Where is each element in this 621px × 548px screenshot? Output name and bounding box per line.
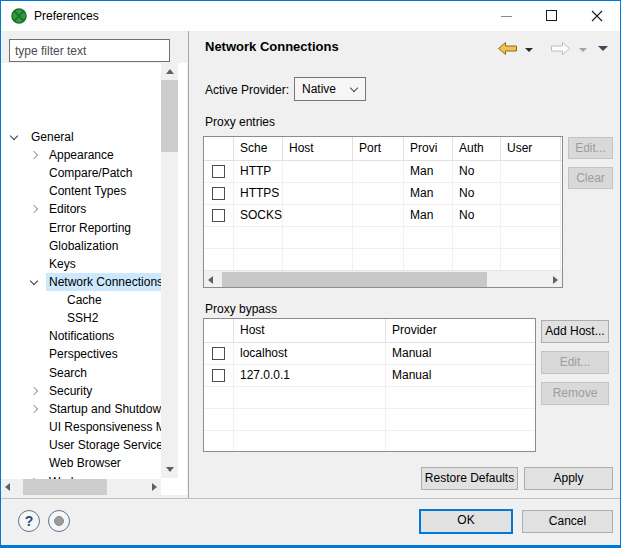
help-icon: ? — [25, 513, 34, 529]
tree-chevron-icon[interactable] — [27, 273, 43, 291]
column-header[interactable]: Provi — [404, 137, 453, 160]
column-header[interactable]: Host — [234, 319, 386, 342]
sidebar-item-notifications[interactable]: Notifications — [1, 327, 161, 345]
active-provider-select[interactable]: Native — [294, 77, 366, 101]
row-checkbox[interactable] — [212, 347, 225, 360]
scroll-right-icon — [152, 483, 157, 491]
tree-chevron-icon — [27, 182, 43, 200]
sidebar-item-error-reporting[interactable]: Error Reporting — [1, 219, 161, 237]
table-row[interactable]: HTTPS Man No — [204, 183, 562, 205]
sidebar-item-globalization[interactable]: Globalization — [1, 237, 161, 255]
preferences-app-icon — [11, 8, 27, 24]
header-checkbox-column — [204, 137, 234, 160]
proxy-bypass-header: Host Provider — [204, 319, 535, 343]
sidebar-item-security[interactable]: Security — [1, 382, 161, 400]
proxy-bypass-label: Proxy bypass — [205, 302, 277, 316]
proxy-bypass-edit-button[interactable]: Edit... — [541, 351, 609, 374]
view-menu-icon[interactable] — [598, 46, 608, 51]
help-button[interactable]: ? — [18, 510, 40, 532]
sidebar-item-user-storage-service[interactable]: User Storage Service — [1, 436, 161, 454]
restore-defaults-button[interactable]: Restore Defaults — [421, 467, 518, 490]
column-header[interactable]: Provider — [386, 319, 535, 342]
sidebar-item-editors[interactable]: Editors — [1, 200, 161, 218]
minimize-button[interactable] — [484, 1, 529, 30]
empty-row — [204, 431, 535, 452]
sidebar-item-web-browser[interactable]: Web Browser — [1, 454, 161, 472]
sidebar-item-appearance[interactable]: Appearance — [1, 146, 161, 164]
table-row[interactable]: 127.0.0.1 Manual — [204, 365, 535, 387]
row-checkbox[interactable] — [212, 165, 225, 178]
tree-chevron-icon — [27, 345, 43, 363]
proxy-entries-horizontal-scrollbar[interactable] — [204, 270, 562, 287]
tree-chevron-icon[interactable] — [27, 200, 43, 218]
proxy-entries-edit-button[interactable]: Edit... — [568, 137, 613, 159]
scroll-down-icon — [166, 467, 174, 472]
scrollbar-thumb[interactable] — [23, 479, 107, 495]
maximize-button[interactable] — [529, 1, 574, 30]
sidebar-item-keys[interactable]: Keys — [1, 255, 161, 273]
row-checkbox[interactable] — [212, 187, 225, 200]
column-header[interactable]: Auth — [453, 137, 501, 160]
back-menu-icon[interactable] — [525, 48, 533, 52]
empty-row — [204, 249, 562, 271]
proxy-entries-clear-button[interactable]: Clear — [568, 167, 613, 189]
back-button[interactable] — [497, 41, 518, 57]
active-provider-label: Active Provider: — [205, 83, 289, 97]
empty-row — [204, 409, 535, 431]
close-icon — [591, 10, 603, 22]
sidebar-item-cache[interactable]: Cache — [1, 291, 161, 309]
scrollbar-thumb[interactable] — [222, 272, 487, 287]
proxy-entries-header: Sche Host Port Provi Auth User — [204, 137, 562, 161]
table-row[interactable]: localhost Manual — [204, 343, 535, 365]
forward-menu-icon[interactable] — [579, 48, 587, 52]
apply-button[interactable]: Apply — [524, 467, 613, 490]
sidebar-item-search[interactable]: Search — [1, 364, 161, 382]
preference-recorder-button[interactable] — [48, 510, 70, 532]
proxy-bypass-remove-button[interactable]: Remove — [541, 382, 609, 405]
scroll-left-icon — [208, 276, 213, 284]
tree-chevron-icon[interactable] — [27, 146, 43, 164]
column-header[interactable]: Host — [283, 137, 353, 160]
tree-chevron-icon[interactable] — [27, 382, 43, 400]
close-button[interactable] — [574, 1, 619, 30]
tree-chevron-icon — [27, 219, 43, 237]
table-row[interactable]: HTTP Man No — [204, 161, 562, 183]
tree-chevron-icon[interactable] — [7, 128, 23, 146]
row-checkbox[interactable] — [212, 369, 225, 382]
combo-chevron-icon — [350, 84, 358, 92]
row-checkbox[interactable] — [212, 209, 225, 222]
tree-vertical-scrollbar[interactable] — [161, 63, 178, 478]
sidebar-item-general[interactable]: General — [1, 128, 161, 146]
forward-button[interactable] — [550, 41, 571, 57]
ok-button[interactable]: OK — [419, 509, 513, 534]
column-header[interactable]: Sche — [234, 137, 283, 160]
sidebar-item-content-types[interactable]: Content Types — [1, 182, 161, 200]
tree-horizontal-scrollbar[interactable] — [1, 479, 161, 495]
sidebar-item-perspectives[interactable]: Perspectives — [1, 345, 161, 363]
proxy-entries-table: Sche Host Port Provi Auth User HTTP Man … — [203, 136, 563, 288]
sidebar-item-ssh2[interactable]: SSH2 — [1, 309, 161, 327]
proxy-entries-label: Proxy entries — [205, 115, 275, 129]
tree-chevron-icon[interactable] — [27, 400, 43, 418]
tree-chevron-icon — [27, 454, 43, 472]
scrollbar-thumb[interactable] — [161, 80, 178, 152]
window-title: Preferences — [34, 9, 99, 23]
cancel-button[interactable]: Cancel — [522, 510, 613, 533]
sidebar-item-compare-patch[interactable]: Compare/Patch — [1, 164, 161, 182]
filter-input[interactable] — [9, 39, 170, 62]
table-row[interactable]: SOCKS Man No — [204, 205, 562, 227]
tree-chevron-icon — [27, 164, 43, 182]
proxy-bypass-table: Host Provider localhost Manual 127.0.0.1… — [203, 318, 536, 452]
footer-divider — [1, 498, 620, 499]
column-header[interactable]: User — [501, 137, 561, 160]
tree-chevron-icon — [27, 255, 43, 273]
sidebar-item-startup-and-shutdown[interactable]: Startup and Shutdown — [1, 400, 161, 418]
tree-chevron-icon — [27, 418, 43, 436]
titlebar[interactable]: Preferences — [1, 1, 620, 31]
sidebar-item-ui-responsiveness-monitoring[interactable]: UI Responsiveness Monitoring — [1, 418, 161, 436]
add-host-button[interactable]: Add Host... — [541, 320, 609, 343]
column-header[interactable]: Port — [353, 137, 404, 160]
sidebar-item-network-connections[interactable]: Network Connections — [1, 273, 161, 291]
preference-tree: General Appearance Compare/Patch Content… — [1, 63, 187, 495]
scroll-left-icon — [5, 483, 10, 491]
